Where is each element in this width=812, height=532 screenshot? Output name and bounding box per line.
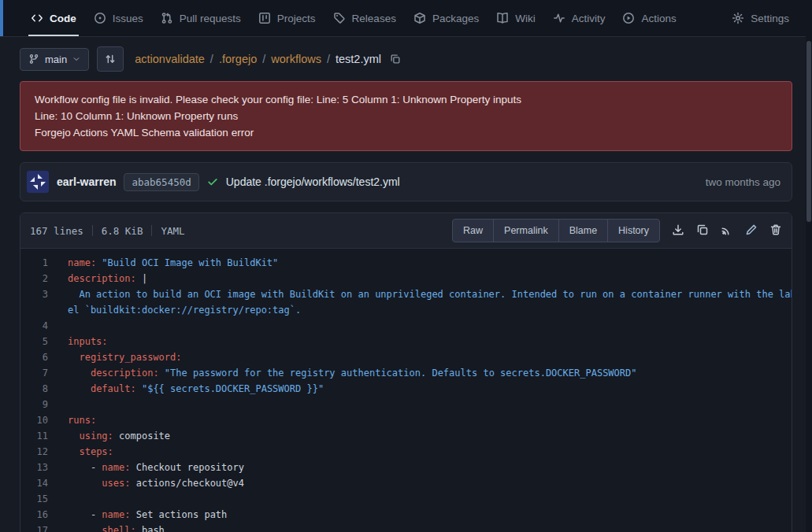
line-number[interactable]: 4 — [20, 318, 48, 334]
line-content: description: "The password for the regis… — [48, 365, 637, 381]
edit-file-button[interactable] — [745, 224, 758, 238]
code-line: 17 shell: bash — [20, 523, 792, 532]
tab-packages[interactable]: Packages — [405, 0, 488, 36]
commit-author[interactable]: earl-warren — [57, 175, 116, 188]
error-line: Forgejo Actions YAML Schema validation e… — [35, 124, 777, 141]
line-content: inputs: — [48, 334, 108, 349]
tab-actions[interactable]: Actions — [614, 0, 684, 36]
line-number[interactable]: 5 — [20, 334, 48, 349]
line-number[interactable]: 1 — [20, 255, 48, 271]
line-content: An action to build an OCI image with Bui… — [48, 286, 792, 302]
branch-name: main — [45, 54, 67, 65]
book-icon — [496, 12, 509, 24]
gear-icon — [732, 12, 744, 24]
pencil-icon — [745, 224, 758, 238]
commit-message[interactable]: Update .forgejo/workflows/test2.yml — [226, 175, 400, 188]
history-button[interactable]: History — [607, 219, 660, 242]
line-content: runs: — [48, 412, 96, 428]
line-number[interactable]: 13 — [20, 460, 48, 475]
line-content: name: "Build OCI Image with BuildKit" — [48, 255, 278, 271]
line-number[interactable]: 10 — [20, 412, 48, 428]
file-header: 167 lines 6.8 KiB YAML Raw Permalink Bla… — [20, 213, 792, 249]
tab-activity[interactable]: Activity — [544, 0, 614, 36]
copy-icon — [696, 224, 709, 238]
line-number[interactable]: 15 — [20, 491, 48, 507]
line-number[interactable]: 2 — [20, 271, 48, 286]
line-number[interactable]: 12 — [20, 444, 48, 460]
line-content: - name: Checkout repository — [48, 460, 244, 475]
download-button[interactable] — [672, 224, 684, 238]
tag-icon — [333, 12, 346, 24]
line-content: default: "${{ secrets.DOCKER_PASSWORD }}… — [48, 381, 324, 397]
permalink-button[interactable]: Permalink — [493, 219, 559, 242]
tab-label: Settings — [751, 13, 789, 24]
meta-divider — [92, 225, 93, 236]
code-line: 8 default: "${{ secrets.DOCKER_PASSWORD … — [20, 381, 792, 397]
code-line: 10runs: — [20, 412, 792, 428]
line-content: shell: bash — [48, 523, 165, 532]
code-line: 12 steps: — [20, 444, 792, 460]
line-number[interactable]: 14 — [20, 475, 48, 491]
scrollbar-thumb[interactable] — [806, 41, 811, 222]
copy-content-button[interactable] — [696, 224, 709, 238]
meta-divider — [151, 225, 152, 236]
code-lines: 1name: "Build OCI Image with BuildKit"2d… — [20, 249, 792, 532]
workflow-error-banner: Workflow config file is invalid. Please … — [20, 81, 792, 151]
code-icon — [31, 12, 43, 24]
view-mode-buttons: Raw Permalink Blame History — [452, 219, 660, 242]
trash-icon — [769, 224, 782, 238]
code-line: 3 An action to build an OCI image with B… — [20, 286, 792, 302]
commit-status-check-icon[interactable] — [207, 176, 218, 187]
commit-sha-badge[interactable]: abab65450d — [124, 173, 198, 191]
breadcrumb-separator: / — [210, 53, 213, 65]
line-content: el `buildkit:docker://registry/repo:tag`… — [48, 302, 301, 318]
tab-label: Code — [50, 13, 76, 24]
blame-button[interactable]: Blame — [558, 219, 608, 242]
rss-feed-button[interactable] — [721, 224, 733, 238]
line-content — [48, 318, 68, 334]
tab-label: Issues — [113, 13, 143, 24]
tab-pull-requests[interactable]: Pull requests — [152, 0, 250, 36]
line-number[interactable]: 9 — [20, 397, 48, 412]
line-number[interactable] — [20, 302, 48, 318]
line-content: using: composite — [48, 428, 170, 444]
tab-wiki[interactable]: Wiki — [488, 0, 544, 36]
package-icon — [413, 12, 426, 24]
line-number[interactable]: 3 — [20, 286, 48, 302]
breadcrumb-repo-link[interactable]: actionvalidate — [135, 53, 205, 65]
file-size: 6.8 KiB — [102, 225, 143, 237]
avatar[interactable] — [27, 171, 49, 193]
project-board-icon — [258, 12, 271, 24]
line-content — [48, 397, 68, 412]
line-number[interactable]: 7 — [20, 365, 48, 381]
breadcrumb-dir-link[interactable]: .forgejo — [219, 53, 257, 65]
tab-code[interactable]: Code — [22, 0, 85, 36]
error-line: Workflow config file is invalid. Please … — [35, 91, 777, 108]
code-line: 1name: "Build OCI Image with BuildKit" — [20, 255, 792, 271]
code-line: 15 — [20, 491, 792, 507]
tab-issues[interactable]: Issues — [85, 0, 152, 36]
line-number[interactable]: 16 — [20, 507, 48, 523]
tab-releases[interactable]: Releases — [324, 0, 405, 36]
copy-path-button[interactable] — [390, 54, 401, 65]
code-line: 4 — [20, 318, 792, 334]
raw-button[interactable]: Raw — [452, 219, 494, 242]
tab-label: Releases — [352, 13, 396, 24]
tab-projects[interactable]: Projects — [250, 0, 324, 36]
tab-label: Wiki — [515, 13, 536, 24]
tab-settings[interactable]: Settings — [723, 0, 798, 36]
line-number[interactable]: 17 — [20, 523, 48, 532]
compare-button[interactable] — [97, 46, 124, 72]
play-circle-icon — [622, 12, 635, 24]
branch-selector[interactable]: main — [20, 48, 89, 71]
breadcrumb-dir-link[interactable]: workflows — [271, 53, 321, 65]
file-meta: 167 lines 6.8 KiB YAML — [30, 225, 185, 237]
line-number[interactable]: 8 — [20, 381, 48, 397]
code-line: 16 - name: Set actions path — [20, 507, 792, 523]
page-scrollbar[interactable] — [806, 0, 812, 532]
delete-file-button[interactable] — [769, 224, 782, 238]
line-number[interactable]: 11 — [20, 428, 48, 444]
code-line: 13 - name: Checkout repository — [20, 460, 792, 475]
chevron-down-icon — [72, 55, 80, 63]
line-number[interactable]: 6 — [20, 349, 48, 365]
